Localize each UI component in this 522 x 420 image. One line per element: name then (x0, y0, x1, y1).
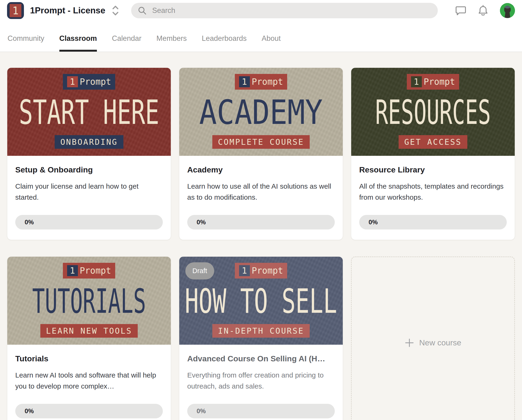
brand-badge: 1 Prompt (407, 74, 459, 90)
course-description: All of the snapshots, templates and reco… (359, 181, 507, 203)
brand-name: Prompt (424, 77, 455, 87)
brand-name: Prompt (80, 77, 111, 87)
course-card-body: Tutorials Learn new AI tools and softwar… (7, 345, 171, 420)
course-cover: 1 Prompt ACADEMY COMPLETE COURSE (179, 68, 343, 156)
course-description: Claim your license and learn how to get … (15, 181, 163, 203)
brand-number: 1 (411, 76, 422, 87)
brand-badge: 1 Prompt (235, 74, 287, 90)
tab-about[interactable]: About (261, 34, 281, 52)
progress-bar: 0% (15, 404, 163, 418)
brand-name: Prompt (252, 266, 283, 276)
progress-value: 0% (197, 219, 206, 226)
cover-title: TUTORIALS (32, 285, 146, 318)
course-title: Setup & Onboarding (15, 165, 163, 174)
community-title[interactable]: 1Prompt - License (30, 6, 105, 16)
cover-title: RESOURCES (375, 96, 491, 129)
progress-value: 0% (368, 219, 378, 226)
progress-bar: 0% (359, 215, 507, 229)
course-grid: 1 Prompt START HERE ONBOARDING Setup & O… (7, 68, 515, 420)
brand-badge: 1 Prompt (63, 74, 115, 90)
search-icon (138, 6, 147, 15)
course-title: Tutorials (15, 354, 163, 363)
brand-badge: 1 Prompt (235, 263, 287, 279)
plus-icon (405, 338, 414, 348)
brand-number: 1 (67, 265, 78, 276)
course-cover: 1 Prompt START HERE ONBOARDING (7, 68, 171, 156)
cover-title: ACADEMY (199, 96, 323, 129)
brand-number: 1 (239, 76, 250, 87)
cover-label: IN-DEPTH COURSE (212, 324, 310, 338)
course-cover: Draft 1 Prompt HOW TO SELL IN-DEPTH COUR… (179, 257, 343, 345)
notifications-icon[interactable] (478, 5, 488, 16)
tab-calendar[interactable]: Calendar (112, 34, 141, 52)
draft-badge: Draft (185, 262, 214, 280)
brand-badge: 1 Prompt (63, 263, 115, 279)
progress-value: 0% (25, 219, 34, 226)
course-card-body: Resource Library All of the snapshots, t… (351, 156, 515, 240)
brand-number: 1 (67, 76, 78, 87)
course-card-body: Academy Learn how to use all of the AI s… (179, 156, 343, 240)
course-description: Learn how to use all of the AI solutions… (187, 181, 335, 203)
course-card-body: Setup & Onboarding Claim your license an… (7, 156, 171, 240)
progress-value: 0% (25, 408, 34, 415)
course-title: Resource Library (359, 165, 507, 174)
avatar[interactable] (500, 3, 515, 18)
cover-label: GET ACCESS (399, 135, 467, 149)
course-card-advanced-selling[interactable]: Draft 1 Prompt HOW TO SELL IN-DEPTH COUR… (179, 257, 343, 420)
search-input[interactable] (152, 6, 431, 15)
new-course-button[interactable]: New course (351, 257, 515, 420)
chat-icon[interactable] (455, 5, 466, 16)
course-title: Advanced Course On Selling AI (H… (187, 354, 335, 363)
course-card-body: Advanced Course On Selling AI (H… Everyt… (179, 345, 343, 420)
topbar: 1 1Prompt - License (0, 0, 522, 21)
community-switcher-icon[interactable] (112, 5, 119, 16)
classroom-content: 1 Prompt START HERE ONBOARDING Setup & O… (0, 52, 522, 420)
progress-value: 0% (197, 408, 206, 415)
course-cover: 1 Prompt RESOURCES GET ACCESS (351, 68, 515, 156)
cover-title: START HERE (19, 96, 159, 129)
course-card-academy[interactable]: 1 Prompt ACADEMY COMPLETE COURSE Academy… (179, 68, 343, 240)
cover-label: ONBOARDING (55, 135, 123, 149)
tab-community[interactable]: Community (8, 34, 44, 52)
nav-tabs: Community Classroom Calendar Members Lea… (0, 21, 522, 52)
brand-name: Prompt (80, 266, 111, 276)
tab-classroom[interactable]: Classroom (59, 34, 97, 52)
progress-bar: 0% (187, 215, 335, 229)
course-title: Academy (187, 165, 335, 174)
community-logo-glyph: 1 (10, 4, 21, 17)
tab-members[interactable]: Members (156, 34, 187, 52)
course-card-resource-library[interactable]: 1 Prompt RESOURCES GET ACCESS Resource L… (351, 68, 515, 240)
community-logo[interactable]: 1 (7, 2, 24, 19)
course-card-setup-onboarding[interactable]: 1 Prompt START HERE ONBOARDING Setup & O… (7, 68, 171, 240)
brand-name: Prompt (252, 77, 283, 87)
progress-bar: 0% (15, 215, 163, 229)
course-card-tutorials[interactable]: 1 Prompt TUTORIALS LEARN NEW TOOLS Tutor… (7, 257, 171, 420)
cover-label: COMPLETE COURSE (212, 135, 310, 149)
course-description: Everything from offer creation and prici… (187, 370, 335, 392)
brand-number: 1 (239, 265, 250, 276)
progress-bar: 0% (187, 404, 335, 418)
course-description: Learn new AI tools and software that wil… (15, 370, 163, 392)
tab-leaderboards[interactable]: Leaderboards (202, 34, 246, 52)
new-course-label: New course (419, 338, 461, 347)
search-bar[interactable] (131, 3, 438, 18)
cover-label: LEARN NEW TOOLS (40, 324, 138, 338)
course-cover: 1 Prompt TUTORIALS LEARN NEW TOOLS (7, 257, 171, 345)
cover-title: HOW TO SELL (185, 285, 337, 318)
